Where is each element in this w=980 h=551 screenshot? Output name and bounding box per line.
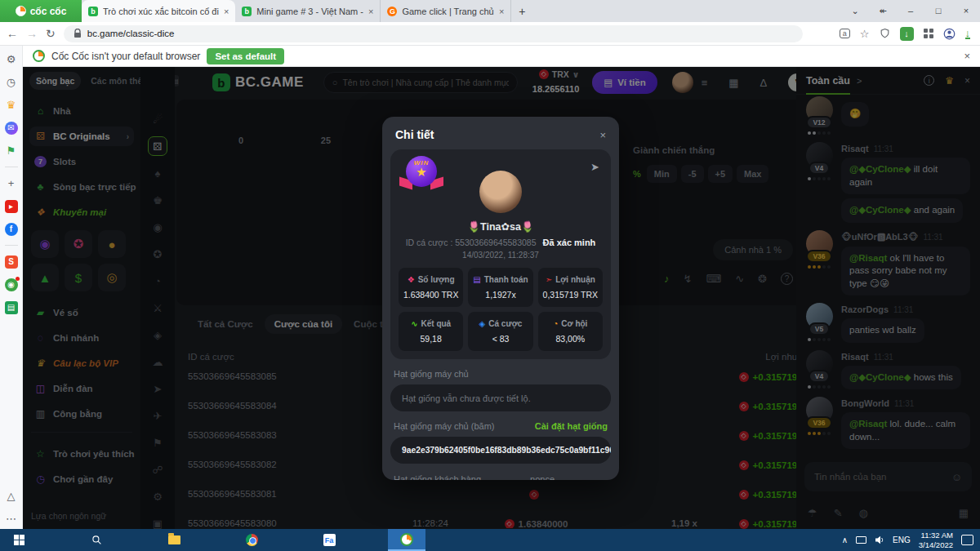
action-center-icon[interactable] xyxy=(961,535,973,545)
shopee-icon[interactable]: S xyxy=(4,255,18,269)
minimize-button[interactable]: – xyxy=(897,0,924,22)
chance-icon: ◔ xyxy=(553,319,558,328)
tab-title: Game click | Trang chủ xyxy=(402,7,494,16)
seed-settings-link[interactable]: Cài đặt hạt giống xyxy=(535,421,608,431)
forward-icon[interactable]: → xyxy=(26,27,38,40)
coccoc-logo[interactable]: cốc cốc xyxy=(0,0,82,22)
win-badge: WIN★ xyxy=(403,156,439,192)
tab-title: Mini game # 3 - Việt Nam - xyxy=(256,7,363,16)
star-icon: ★ xyxy=(416,167,426,177)
chrome-icon[interactable] xyxy=(233,529,270,551)
hash-seed-label: Hạt giống máy chủ (băm) xyxy=(394,421,495,431)
sheets-icon[interactable]: ▤ xyxy=(4,300,18,314)
facebook-app-icon[interactable]: Fa xyxy=(310,529,348,551)
back-icon[interactable]: ← xyxy=(7,27,18,40)
tab-dice[interactable]: bTrò chơi xúc xắc bitcoin cổ đi× xyxy=(82,0,235,22)
extensions-icon[interactable] xyxy=(924,29,933,38)
browser-tabstrip: cốc cốc bTrò chơi xúc xắc bitcoin cổ đi×… xyxy=(0,0,980,22)
network-icon[interactable] xyxy=(856,536,866,544)
tray-expand-icon[interactable]: ∧ xyxy=(842,535,848,544)
server-seed-field[interactable]: Hạt giống vẫn chưa được tiết lộ. xyxy=(390,384,611,411)
messenger-icon[interactable]: ✉ xyxy=(4,121,18,135)
bet-details-modal: Chi tiết × WIN★ ➤ 🌷Tina✿sa🌷 ID cá cược :… xyxy=(382,117,619,480)
taskbar-clock[interactable]: 11:32 AM3/14/2022 xyxy=(919,531,953,550)
default-browser-text: Cốc Cốc isn't your default browser xyxy=(51,51,200,62)
shield-icon[interactable] xyxy=(880,28,890,39)
window-controls: ⌄ ↞ – □ × xyxy=(841,0,980,22)
toolbar-icons: a ☆ ↓ ↓ xyxy=(840,27,973,41)
amount-icon: ❖ xyxy=(408,275,415,284)
file-explorer-icon[interactable] xyxy=(155,529,193,551)
tab-close-icon[interactable]: × xyxy=(368,7,373,16)
bet-stats: ❖Số lượng1.638400 TRX ▤Thanh toán1,1927x… xyxy=(399,268,603,351)
tab-close-icon[interactable]: × xyxy=(499,7,504,16)
recent-tabs-icon[interactable]: ↞ xyxy=(869,0,897,22)
tab-title: Trò chơi xúc xắc bitcoin cổ đi xyxy=(103,7,219,16)
coccoc-taskbar-icon[interactable] xyxy=(388,529,425,551)
windows-taskbar: Fa ∧ ENG 11:32 AM3/14/2022 xyxy=(0,529,980,551)
stat-payout: ▤Thanh toán1,1927x xyxy=(468,268,532,307)
bet-date: 14/03/2022, 11:28:37 xyxy=(399,251,603,260)
youtube-icon[interactable]: ▸ xyxy=(4,199,18,213)
tab-close-icon[interactable]: × xyxy=(224,7,229,16)
new-tab-button[interactable]: + xyxy=(511,0,532,22)
taskbar-search-icon[interactable] xyxy=(78,529,115,551)
verify-button[interactable]: Đã xác minh xyxy=(543,238,596,247)
coccoc-brand-label: cốc cốc xyxy=(30,6,67,17)
client-seed-label: Hạt giống khách hàng xyxy=(394,474,481,480)
stat-bet: ◈Cá cược< 83 xyxy=(468,312,532,351)
dismiss-notification-icon[interactable]: × xyxy=(964,50,970,62)
browser-sidebar: ⚙ ◷ ♛ ✉ ⚑ + ▸ f S ◉ ▤ △ ⋯ xyxy=(0,46,23,529)
bcgame-favicon: b xyxy=(88,7,98,16)
stat-profit: ➣Lợi nhuận0,315719 TRX xyxy=(538,268,603,307)
url-text: bc.game/classic-dice xyxy=(87,29,175,38)
crown-hot-icon[interactable]: ♛ xyxy=(4,98,18,112)
notifications-bell-icon[interactable]: △ xyxy=(4,489,18,503)
lock-icon xyxy=(74,29,82,38)
hash-seed-field[interactable]: 9ae2e379b62405f0be16f83db89b36edc75c0a9b… xyxy=(390,437,611,464)
bet-id: ID cá cược : 55303669645583085 xyxy=(406,238,537,247)
history-icon[interactable]: ◷ xyxy=(4,75,18,89)
browser-toolbar: ← → ↻ bc.game/classic-dice a ☆ ↓ ↓ xyxy=(0,22,980,46)
download-manager-icon[interactable]: ↓ xyxy=(965,29,971,39)
default-browser-bar: Cốc Cốc isn't your default browser Set a… xyxy=(23,46,980,67)
language-indicator[interactable]: ENG xyxy=(893,535,911,544)
share-icon[interactable]: ➤ xyxy=(590,161,599,173)
reload-icon[interactable]: ↻ xyxy=(46,27,56,40)
stat-chance: ◔Cơ hội83,00% xyxy=(538,312,603,351)
games-icon[interactable]: ⚑ xyxy=(4,144,18,158)
tab-gameclick[interactable]: GGame click | Trang chủ× xyxy=(381,0,511,22)
more-icon[interactable]: ⋯ xyxy=(4,512,18,526)
gameclick-favicon: G xyxy=(387,7,397,16)
screen: cốc cốc bTrò chơi xúc xắc bitcoin cổ đi×… xyxy=(0,0,980,551)
minigame-favicon: b xyxy=(242,7,252,16)
tab-search-icon[interactable]: ⌄ xyxy=(841,0,869,22)
translate-icon[interactable]: a xyxy=(840,29,850,38)
bookmark-star-icon[interactable]: ☆ xyxy=(860,28,870,40)
bet-icon: ◈ xyxy=(479,319,486,328)
download-active-icon[interactable]: ↓ xyxy=(900,27,914,41)
maximize-button[interactable]: □ xyxy=(924,0,952,22)
divider xyxy=(5,245,18,246)
profit-icon: ➣ xyxy=(546,275,552,284)
player-name[interactable]: 🌷Tina✿sa🌷 xyxy=(399,220,603,233)
set-default-button[interactable]: Set as default xyxy=(207,48,284,64)
news-icon[interactable]: ◉ xyxy=(4,278,18,291)
divider xyxy=(5,167,18,167)
add-shortcut-icon[interactable]: + xyxy=(4,176,18,190)
profile-icon[interactable] xyxy=(943,28,956,40)
start-button[interactable] xyxy=(0,529,38,551)
modal-title: Chi tiết xyxy=(395,128,434,141)
settings-gear-icon[interactable]: ⚙ xyxy=(4,52,18,66)
close-button[interactable]: × xyxy=(952,0,980,22)
player-avatar[interactable] xyxy=(479,171,522,213)
facebook-icon[interactable]: f xyxy=(4,222,18,236)
address-bar[interactable]: bc.game/classic-dice xyxy=(64,25,803,42)
coccoc-small-icon xyxy=(33,50,45,62)
tab-minigame[interactable]: bMini game # 3 - Việt Nam -× xyxy=(235,0,381,22)
stat-amount: ❖Số lượng1.638400 TRX xyxy=(399,268,463,307)
server-seed-label: Hạt giống máy chủ xyxy=(394,369,469,379)
nonce-label: nonce xyxy=(530,474,555,480)
volume-icon[interactable] xyxy=(875,535,884,544)
modal-close-icon[interactable]: × xyxy=(599,129,606,141)
